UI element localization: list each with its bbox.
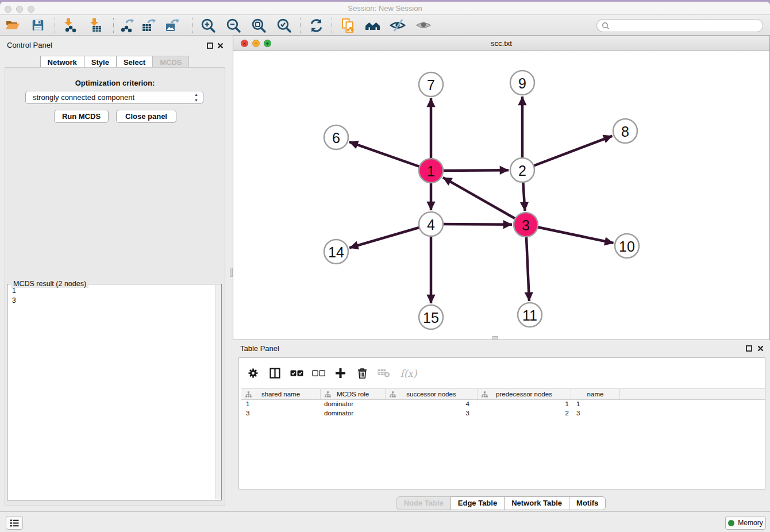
table-panel-tabs: Node TableEdge TableNetwork TableMotifs — [233, 496, 770, 510]
edge-3-10[interactable] — [526, 225, 614, 243]
remove-table-icon[interactable] — [377, 367, 391, 380]
import-table-icon[interactable] — [86, 17, 105, 34]
cell[interactable]: 3 — [386, 410, 478, 419]
memory-button[interactable]: Memory — [725, 516, 766, 530]
delete-column-icon[interactable] — [355, 367, 369, 380]
function-builder-icon[interactable]: f(x) — [399, 367, 418, 380]
node-2[interactable]: 2 — [510, 158, 534, 182]
zoom-out-icon[interactable] — [224, 17, 243, 34]
toolbar-divider — [332, 18, 332, 33]
node-1[interactable]: 1 — [419, 159, 443, 183]
cell[interactable]: dominator — [321, 400, 386, 410]
criterion-dropdown[interactable]: strongly connected component ▲▼ — [25, 91, 203, 104]
fx-label: f(x) — [400, 368, 417, 379]
search-input[interactable] — [596, 19, 763, 32]
column-header-MCDS-role[interactable]: MCDS role — [321, 389, 386, 399]
run-mcds-button[interactable]: Run MCDS — [54, 110, 109, 123]
zoom-selected-icon[interactable] — [274, 17, 294, 34]
network-canvas[interactable]: 7968124314101511 — [233, 51, 769, 340]
network-graph[interactable]: 7968124314101511 — [233, 51, 769, 340]
cell[interactable]: 3 — [241, 410, 321, 419]
table-settings-gear-icon[interactable] — [246, 367, 260, 380]
node-9[interactable]: 9 — [510, 71, 534, 95]
svg-text:8: 8 — [621, 124, 629, 140]
table-panel-close-icon[interactable] — [757, 345, 764, 352]
mcds-result-group: MCDS result (2 nodes) 13 — [7, 284, 222, 500]
toolbar-divider — [192, 18, 192, 33]
node-11[interactable]: 11 — [518, 303, 542, 327]
zoom-fit-icon[interactable] — [249, 17, 268, 34]
svg-text:10: 10 — [619, 238, 635, 255]
tab-node-table[interactable]: Node Table — [396, 496, 451, 510]
svg-text:11: 11 — [522, 307, 537, 323]
mcds-result-scrollbar[interactable] — [215, 285, 221, 499]
cell[interactable]: 1 — [571, 400, 620, 410]
node-14[interactable]: 14 — [324, 240, 348, 264]
control-panel-float-icon[interactable] — [207, 43, 214, 49]
main-toolbar — [0, 15, 770, 36]
table-panel-float-icon[interactable] — [746, 345, 753, 352]
cell[interactable]: 1 — [241, 400, 321, 410]
hide-selected-icon[interactable] — [388, 17, 407, 34]
close-panel-button[interactable]: Close panel — [116, 110, 176, 123]
control-panel-title: Control Panel — [7, 41, 52, 49]
network-splitter-handle[interactable] — [492, 336, 498, 340]
table-row[interactable]: 1dominator411 — [241, 400, 765, 410]
cell[interactable]: 1 — [478, 400, 571, 410]
select-all-icon[interactable] — [290, 367, 303, 380]
cell[interactable]: 2 — [478, 410, 571, 419]
zoom-in-icon[interactable] — [198, 17, 218, 34]
memory-status-icon — [728, 520, 734, 526]
svg-text:14: 14 — [328, 244, 344, 260]
table-panel-title: Table Panel — [240, 344, 279, 353]
svg-text:15: 15 — [423, 310, 439, 326]
tab-edge-table[interactable]: Edge Table — [451, 496, 505, 510]
cell[interactable]: 3 — [571, 410, 620, 419]
home-view-icon[interactable] — [363, 17, 383, 34]
mcds-result-list[interactable]: 13 — [9, 286, 214, 499]
column-layout-icon[interactable] — [268, 367, 282, 380]
show-all-icon[interactable] — [414, 17, 433, 34]
column-header-successor-nodes[interactable]: successor nodes — [386, 389, 478, 399]
node-10[interactable]: 10 — [615, 234, 639, 258]
export-network-icon[interactable] — [117, 17, 137, 34]
edge-3-1[interactable] — [443, 178, 526, 225]
toolbar-divider — [55, 18, 55, 33]
cell[interactable]: dominator — [321, 410, 386, 419]
import-network-icon[interactable] — [60, 17, 79, 34]
node-15[interactable]: 15 — [419, 305, 443, 329]
edge-1-6[interactable] — [349, 142, 431, 171]
column-header-name[interactable]: name — [571, 389, 620, 399]
edge-2-8[interactable] — [522, 136, 613, 170]
network-window-title: scc.txt — [233, 39, 769, 48]
export-image-icon[interactable] — [162, 17, 182, 34]
column-header-predecessor-nodes[interactable]: predecessor nodes — [478, 389, 571, 399]
window-title: Session: New Session — [0, 4, 770, 13]
export-table-icon[interactable] — [138, 17, 158, 34]
clone-network-icon[interactable] — [338, 17, 357, 34]
control-panel-close-icon[interactable] — [217, 43, 224, 49]
node-7[interactable]: 7 — [419, 72, 443, 97]
save-session-icon[interactable] — [28, 17, 48, 34]
tab-motifs[interactable]: Motifs — [569, 496, 606, 510]
main-titlebar: Session: New Session — [0, 2, 770, 15]
svg-text:2: 2 — [518, 163, 526, 179]
refresh-view-icon[interactable] — [306, 17, 326, 34]
tab-network-table[interactable]: Network Table — [504, 496, 569, 510]
node-3[interactable]: 3 — [514, 213, 538, 237]
network-window-titlebar: × − + scc.txt — [233, 36, 769, 51]
add-column-icon[interactable] — [333, 367, 347, 380]
open-session-icon[interactable] — [3, 17, 22, 34]
node-8[interactable]: 8 — [613, 119, 637, 143]
criterion-value: strongly connected component — [33, 93, 134, 102]
deselect-all-icon[interactable] — [311, 367, 325, 380]
cell[interactable]: 4 — [386, 400, 478, 410]
node-4[interactable]: 4 — [419, 212, 443, 236]
svg-text:9: 9 — [518, 75, 526, 91]
search-icon — [602, 22, 610, 30]
table-row[interactable]: 3dominator323 — [241, 410, 765, 419]
node-6[interactable]: 6 — [324, 125, 348, 149]
column-header-shared-name[interactable]: shared name — [241, 389, 321, 399]
svg-text:3: 3 — [522, 217, 530, 233]
task-history-button[interactable] — [6, 516, 23, 530]
